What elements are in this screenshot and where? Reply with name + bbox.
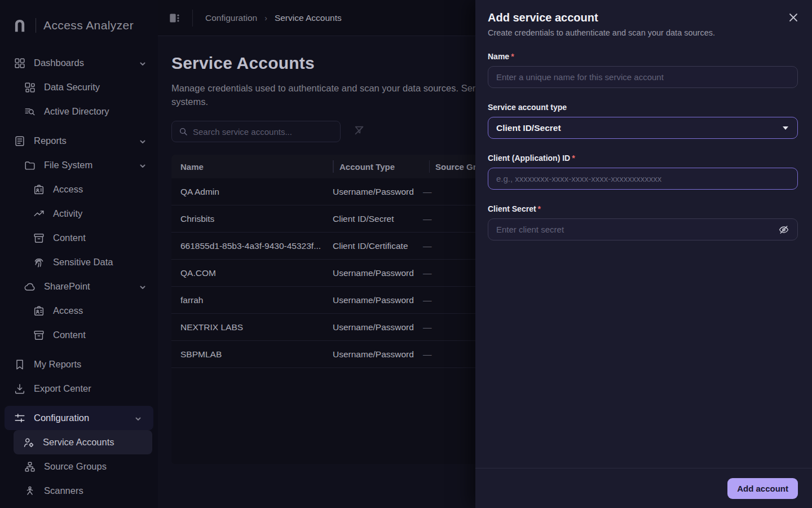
client-id-field[interactable] (496, 174, 789, 183)
sidebar-item-label: Configuration (34, 413, 89, 423)
sidebar-item-label: Active Directory (44, 106, 109, 117)
sidebar-item-configuration[interactable]: Configuration (5, 406, 153, 430)
close-icon[interactable] (788, 12, 798, 23)
cell-name: NEXTRIX LABS (180, 322, 333, 332)
dashboard-icon (14, 57, 26, 69)
sidebar-item-export-center[interactable]: Export Center (0, 376, 158, 401)
sidebar-item-label: Access (53, 184, 83, 195)
sidebar-item-fs-activity[interactable]: Activity (0, 202, 158, 226)
cell-type: Username/Password (333, 322, 423, 332)
sidebar-toggle-button[interactable] (167, 11, 182, 25)
sidebar-item-label: Export Center (34, 383, 91, 394)
required-asterisk: * (538, 204, 541, 213)
cloud-icon (24, 281, 36, 293)
sidebar-item-label: Content (53, 330, 86, 340)
cell-name: farrah (180, 295, 333, 305)
client-secret-field[interactable] (496, 225, 778, 234)
sidebar-item-fs-sensitive[interactable]: Sensitive Data (0, 250, 158, 274)
sidebar-item-fs-access[interactable]: Access (0, 177, 158, 202)
sliders-icon (14, 412, 26, 424)
cell-type: Username/Password (333, 295, 423, 305)
required-asterisk: * (511, 52, 514, 61)
sidebar-item-scanners[interactable]: Scanners (0, 479, 158, 503)
trend-icon (33, 208, 45, 220)
sidebar-nav: DashboardsData SecurityActive DirectoryR… (0, 51, 158, 503)
breadcrumb-configuration[interactable]: Configuration (205, 13, 257, 23)
app-logo: Access Analyzer (0, 0, 158, 34)
cell-name: QA Admin (180, 187, 333, 197)
sidebar-item-label: My Reports (34, 359, 81, 370)
search-input[interactable] (193, 127, 333, 137)
sidebar-item-label: Sensitive Data (53, 257, 113, 268)
chevron-down-icon (139, 137, 147, 145)
column-header-name: Name (180, 160, 333, 173)
column-header-account-type: Account Type (333, 160, 423, 173)
sidebar-item-source-groups[interactable]: Source Groups (0, 454, 158, 479)
id-badge-icon (33, 183, 45, 196)
name-field[interactable] (496, 72, 789, 82)
download-icon (14, 383, 26, 395)
folder-icon (24, 159, 36, 172)
archive-icon (33, 329, 45, 341)
breadcrumb-service-accounts[interactable]: Service Accounts (275, 13, 342, 23)
topbar-divider (192, 10, 193, 27)
sidebar: Access Analyzer DashboardsData SecurityA… (0, 0, 158, 508)
user-gear-icon (23, 436, 35, 449)
archive-icon (33, 232, 45, 244)
sidebar-item-my-reports[interactable]: My Reports (0, 352, 158, 376)
sidebar-item-label: Content (53, 233, 86, 243)
client-id-field-wrap (488, 168, 798, 190)
chevron-down-icon (139, 161, 147, 169)
eye-off-icon[interactable] (778, 224, 789, 235)
chevron-down-icon (139, 59, 147, 67)
sidebar-item-service-accounts[interactable]: Service Accounts (14, 430, 152, 454)
sidebar-item-data-security[interactable]: Data Security (0, 75, 158, 99)
app-title: Access Analyzer (43, 19, 134, 32)
sidebar-item-sp-access[interactable]: Access (0, 299, 158, 323)
bookmark-icon (14, 358, 26, 371)
nodes-icon (24, 461, 36, 473)
search-list-icon (24, 106, 36, 118)
chevron-down-icon (783, 126, 788, 130)
filter-off-icon[interactable] (353, 124, 368, 139)
person-icon (24, 485, 36, 497)
cell-type: Client ID/Secret (333, 214, 423, 224)
breadcrumb-chevron-icon: › (264, 14, 267, 23)
search-icon (179, 127, 188, 136)
drawer-title: Add service account (488, 11, 798, 24)
cell-type: Username/Password (333, 268, 423, 278)
id-badge-icon (33, 305, 45, 317)
file-text-icon (14, 135, 26, 147)
sidebar-item-label: Reports (34, 135, 67, 146)
sidebar-item-label: File System (44, 160, 92, 170)
drawer-subtitle: Create credentials to authenticate and s… (488, 28, 798, 37)
cell-name: Chrisbits (180, 214, 333, 224)
sidebar-item-label: Scanners (44, 485, 83, 496)
fingerprint-icon (33, 256, 45, 269)
add-account-button[interactable]: Add account (727, 478, 798, 499)
cell-name: QA.COM (180, 268, 333, 278)
sidebar-item-label: Data Security (44, 82, 100, 93)
sidebar-item-label: SharePoint (44, 281, 90, 292)
drawer-footer: Add account (475, 468, 812, 508)
client-secret-field-wrap (488, 218, 798, 240)
sidebar-item-file-system[interactable]: File System (0, 153, 158, 177)
sidebar-item-sharepoint[interactable]: SharePoint (0, 274, 158, 299)
sidebar-item-fs-content[interactable]: Content (0, 226, 158, 250)
account-type-label: Service account type (488, 103, 798, 112)
sidebar-item-label: Access (53, 305, 83, 316)
sidebar-item-active-directory[interactable]: Active Directory (0, 99, 158, 124)
client-secret-label: Client Secret* (488, 204, 798, 213)
chevron-down-icon (134, 414, 142, 422)
sidebar-item-dashboards[interactable]: Dashboards (0, 51, 158, 75)
logo-n-icon (11, 17, 28, 34)
name-label: Name* (488, 52, 798, 61)
account-type-value: Client ID/Secret (496, 123, 561, 133)
cell-type: Username/Password (333, 349, 423, 360)
sidebar-item-reports[interactable]: Reports (0, 129, 158, 153)
sidebar-item-sp-content[interactable]: Content (0, 323, 158, 347)
name-field-wrap (488, 66, 798, 88)
sidebar-item-label: Service Accounts (43, 437, 114, 448)
add-service-account-drawer: Add service account Create credentials t… (475, 0, 812, 508)
account-type-select[interactable]: Client ID/Secret (488, 117, 798, 139)
